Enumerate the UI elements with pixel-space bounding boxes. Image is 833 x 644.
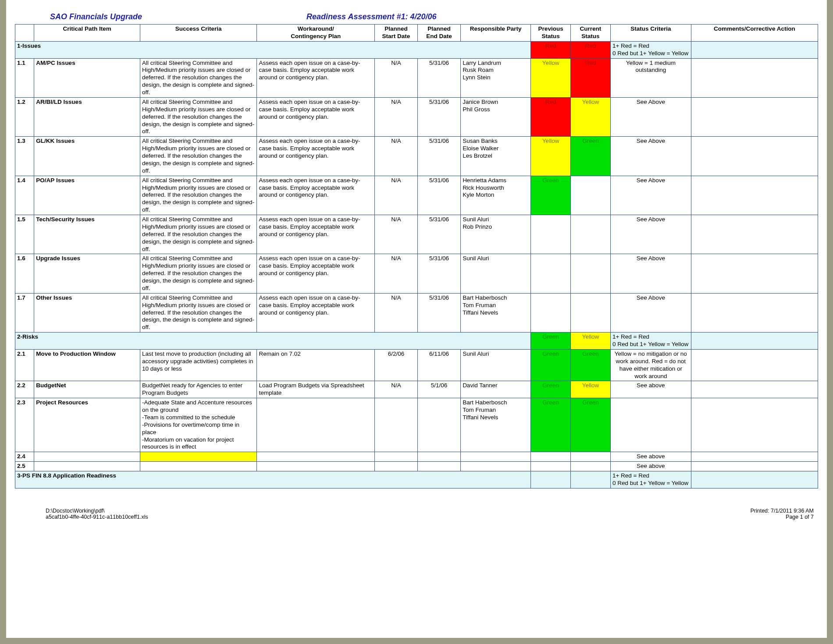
row-success-criteria: All critical Steering Committee and High… (140, 58, 257, 97)
status-cell: Green (531, 349, 571, 381)
section-comments (691, 333, 818, 350)
project-title: SAO Financials Upgrade (50, 12, 142, 21)
row-status-criteria: See above (610, 452, 691, 462)
row-responsible: Janice Brown Phil Gross (461, 97, 531, 136)
footer-page: Page 1 of 7 (750, 514, 814, 520)
row-start-date (374, 452, 417, 462)
col-index (15, 25, 34, 42)
status-cell (571, 293, 611, 332)
status-cell: Red (571, 58, 611, 97)
row-end-date: 5/31/06 (418, 215, 461, 254)
row-start-date: N/A (374, 381, 417, 398)
row-comments (691, 58, 818, 97)
status-cell: Yellow (571, 97, 611, 136)
row-success-criteria: All critical Steering Committee and High… (140, 137, 257, 176)
row-workaround: Assess each open issue on a case-by-case… (257, 293, 375, 332)
col-item: Critical Path Item (34, 25, 140, 42)
row-start-date: N/A (374, 176, 417, 215)
status-cell: Green (531, 176, 571, 215)
row-start-date: N/A (374, 58, 417, 97)
section-status-cell (571, 471, 611, 488)
row-status-criteria: See Above (610, 215, 691, 254)
col-status-criteria: Status Criteria (610, 25, 691, 42)
row-success-criteria: All critical Steering Committee and High… (140, 254, 257, 293)
row-item: Other Issues (34, 293, 140, 332)
row-item: PO/AP Issues (34, 176, 140, 215)
col-start-date: Planned Start Date (374, 25, 417, 42)
row-index: 1.5 (15, 215, 34, 254)
row-index: 1.3 (15, 137, 34, 176)
section-status-criteria: 1+ Red = Red 0 Red but 1+ Yellow = Yello… (610, 333, 691, 350)
row-index: 2.2 (15, 381, 34, 398)
table-row: 1.5Tech/Security IssuesAll critical Stee… (15, 215, 818, 254)
row-success-criteria (140, 462, 257, 471)
row-responsible: Sunil Aluri Rob Prinzo (461, 215, 531, 254)
table-row: 2.4See above (15, 452, 818, 462)
row-index: 2.4 (15, 452, 34, 462)
row-success-criteria (140, 452, 257, 462)
section-row: 1-IssuesRedRed1+ Red = Red 0 Red but 1+ … (15, 41, 818, 58)
row-responsible: Susan Banks Eloise Walker Les Brotzel (461, 137, 531, 176)
row-item (34, 462, 140, 471)
row-status-criteria: See Above (610, 254, 691, 293)
row-workaround: Assess each open issue on a case-by-case… (257, 176, 375, 215)
section-comments (691, 41, 818, 58)
page-content: SAO Financials Upgrade Readiness Assessm… (6, 0, 827, 538)
row-item: AR/BI/LD Issues (34, 97, 140, 136)
document-frame: SAO Financials Upgrade Readiness Assessm… (0, 0, 833, 644)
status-cell: Red (531, 97, 571, 136)
row-index: 2.5 (15, 462, 34, 471)
table-row: 1.4PO/AP IssuesAll critical Steering Com… (15, 176, 818, 215)
row-status-criteria: See Above (610, 97, 691, 136)
row-workaround: Assess each open issue on a case-by-case… (257, 215, 375, 254)
section-row: 3-PS FIN 8.8 Application Readiness1+ Red… (15, 471, 818, 488)
section-label: 1-Issues (15, 41, 531, 58)
col-workaround: Workaround/ Contingency Plan (257, 25, 375, 42)
table-row: 1.3GL/KK IssuesAll critical Steering Com… (15, 137, 818, 176)
col-end-date: Planned End Date (418, 25, 461, 42)
row-index: 1.2 (15, 97, 34, 136)
row-responsible: Larry Landrum Rusk Roam Lynn Stein (461, 58, 531, 97)
table-row: 1.7Other IssuesAll critical Steering Com… (15, 293, 818, 332)
row-index: 1.6 (15, 254, 34, 293)
row-comments (691, 137, 818, 176)
row-end-date: 5/31/06 (418, 137, 461, 176)
row-success-criteria: All critical Steering Committee and High… (140, 293, 257, 332)
row-status-criteria: Yellow = no mitigation or no work around… (610, 349, 691, 381)
row-responsible: Sunil Aluri (461, 254, 531, 293)
row-workaround: Assess each open issue on a case-by-case… (257, 97, 375, 136)
row-responsible: Sunil Aluri (461, 349, 531, 381)
status-cell (571, 215, 611, 254)
row-comments (691, 254, 818, 293)
section-status-cell: Yellow (571, 333, 611, 350)
status-cell: Yellow (531, 58, 571, 97)
row-end-date (418, 462, 461, 471)
row-index: 2.3 (15, 398, 34, 452)
col-responsible: Responsible Party (461, 25, 531, 42)
row-end-date: 5/31/06 (418, 254, 461, 293)
row-workaround: Assess each open issue on a case-by-case… (257, 58, 375, 97)
section-status-criteria: 1+ Red = Red 0 Red but 1+ Yellow = Yello… (610, 471, 691, 488)
row-start-date: N/A (374, 97, 417, 136)
table-row: 1.1AM/PC IssuesAll critical Steering Com… (15, 58, 818, 97)
col-comments: Comments/Corrective Action (691, 25, 818, 42)
col-curr-status: Current Status (571, 25, 611, 42)
row-end-date: 5/31/06 (418, 58, 461, 97)
section-status-criteria: 1+ Red = Red 0 Red but 1+ Yellow = Yello… (610, 41, 691, 58)
row-end-date: 5/1/06 (418, 381, 461, 398)
table-row: 1.6Upgrade IssuesAll critical Steering C… (15, 254, 818, 293)
header-row: SAO Financials Upgrade Readiness Assessm… (15, 12, 818, 21)
row-item: Project Resources (34, 398, 140, 452)
row-comments (691, 349, 818, 381)
row-start-date: N/A (374, 137, 417, 176)
row-comments (691, 176, 818, 215)
row-start-date: N/A (374, 293, 417, 332)
row-item (34, 452, 140, 462)
row-start-date: 6/2/06 (374, 349, 417, 381)
readiness-table: Critical Path Item Success Criteria Work… (15, 24, 818, 488)
status-cell (531, 215, 571, 254)
footer-printed: Printed: 7/1/2011 9:36 AM (750, 508, 814, 514)
section-row: 2-RisksGreenYellow1+ Red = Red 0 Red but… (15, 333, 818, 350)
status-cell (531, 462, 571, 471)
footer-filename: a5caf1b0-4ffe-40cf-911c-a11bb10ceff1.xls (46, 514, 148, 520)
